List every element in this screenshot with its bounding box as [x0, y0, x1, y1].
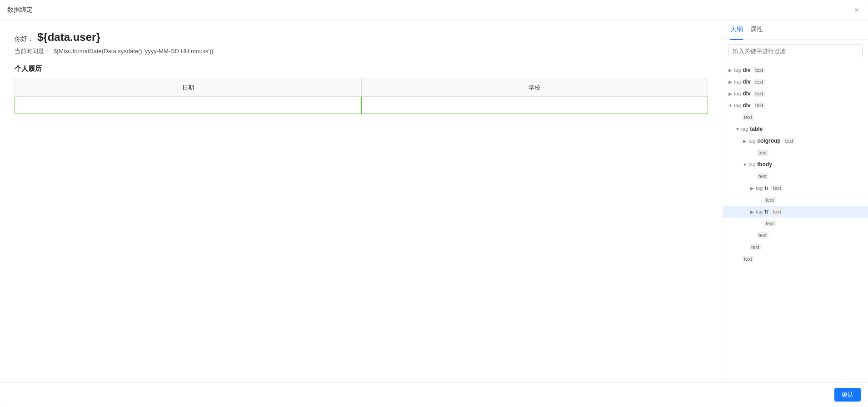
tag-value: div: [743, 67, 750, 73]
tag-value: tbody: [757, 161, 772, 168]
right-panel: 大纲 属性 ▶ tag div text ▶ tag di: [723, 20, 868, 382]
tree-node-text-4[interactable]: text: [723, 194, 868, 206]
tree-node-text-7[interactable]: text: [723, 241, 868, 253]
filter-input[interactable]: [728, 45, 863, 57]
dialog-footer: 确认: [0, 382, 868, 407]
text-badge: text: [757, 232, 768, 238]
tag-label: tag: [734, 67, 741, 73]
datetime-row: 当前时间是： ${Misc.formatDate(Data.sysdate(),…: [15, 47, 708, 55]
tag-value: tr: [764, 208, 768, 215]
toggle-spacer: [756, 220, 763, 227]
text-badge: text: [749, 244, 761, 250]
text-badge: text: [753, 79, 765, 85]
tag-label: tag: [734, 79, 741, 84]
tree-node-text-5[interactable]: text: [723, 218, 868, 229]
toggle-spacer: [734, 114, 741, 121]
toggle-spacer: [756, 196, 763, 204]
tag-label: tag: [741, 126, 748, 132]
text-badge: text: [742, 114, 754, 120]
toggle-spacer: [748, 232, 756, 239]
section-title: 个人履历: [15, 65, 708, 73]
data-binding-dialog: 数据绑定 × 你好： ${data.user} 当前时间是： ${Misc.fo…: [0, 0, 868, 407]
cell-school: [361, 97, 708, 114]
tag-label: tag: [734, 103, 741, 108]
tab-outline[interactable]: 大纲: [730, 20, 743, 40]
col-school: 学校: [361, 79, 708, 97]
table-body: [15, 97, 708, 114]
text-badge: text: [753, 67, 765, 73]
toggle-icon-2: ▶: [727, 78, 734, 85]
resume-table: 日期 学校: [15, 79, 708, 114]
toggle-icon-9: ▶: [748, 208, 756, 215]
table-header-row: 日期 学校: [15, 79, 708, 97]
tree-node-div-3[interactable]: ▶ tag div text: [723, 88, 868, 99]
tag-value: div: [743, 90, 750, 97]
tag-value: table: [750, 126, 763, 132]
tree-node-text-3[interactable]: text: [723, 170, 868, 182]
filter-wrap: [723, 40, 868, 62]
tree-node-text-6[interactable]: text: [723, 229, 868, 241]
tag-label: tag: [734, 91, 741, 96]
tree-node-tr-2[interactable]: ▶ tag tr text: [723, 206, 868, 218]
tree-node-text-2[interactable]: text: [723, 147, 868, 159]
tree-node-colgroup[interactable]: ▶ tag colgroup text: [723, 135, 868, 147]
text-badge: text: [783, 138, 795, 144]
tree-node-text-1[interactable]: text: [723, 111, 868, 123]
text-badge: text: [753, 90, 765, 97]
toggle-spacer: [748, 173, 756, 180]
content-area: 你好： ${data.user} 当前时间是： ${Misc.formatDat…: [0, 20, 723, 382]
tag-value: div: [743, 102, 750, 109]
tree-node-table[interactable]: ▼ tag table: [723, 123, 868, 135]
tag-label: tag: [748, 138, 755, 144]
col-date: 日期: [15, 79, 362, 97]
greeting-expression: ${data.user}: [37, 31, 100, 44]
text-badge: text: [742, 256, 754, 262]
dialog-titlebar: 数据绑定 ×: [0, 0, 868, 20]
tree-node-tr-1[interactable]: ▶ tag tr text: [723, 182, 868, 194]
greeting-row: 你好： ${data.user}: [15, 31, 708, 44]
toggle-spacer: [748, 149, 756, 156]
tag-label: tag: [756, 185, 763, 191]
close-button[interactable]: ×: [852, 4, 861, 16]
text-badge: text: [764, 220, 776, 227]
tab-properties[interactable]: 属性: [750, 20, 763, 40]
tag-value: tr: [764, 185, 768, 191]
text-badge: text: [757, 149, 768, 156]
toggle-icon-8: ▶: [748, 184, 756, 192]
toggle-icon-4: ▼: [727, 102, 734, 109]
toggle-icon-3: ▶: [727, 90, 734, 97]
tag-label: tag: [748, 162, 755, 167]
toggle-spacer: [741, 243, 748, 251]
tree-node-div-2[interactable]: ▶ tag div text: [723, 76, 868, 88]
tree-node-tbody[interactable]: ▼ tag tbody: [723, 159, 868, 170]
cell-date: [15, 97, 362, 114]
confirm-button[interactable]: 确认: [834, 388, 861, 402]
text-badge: text: [771, 185, 783, 191]
toggle-icon-5: ▼: [734, 125, 741, 133]
datetime-expression: ${Misc.formatDate(Data.sysdate(),'yyyy-M…: [54, 48, 214, 55]
tree-area: ▶ tag div text ▶ tag div text ▶ tag div: [723, 62, 868, 382]
panel-tabs: 大纲 属性: [723, 20, 868, 40]
tree-node-div-1[interactable]: ▶ tag div text: [723, 64, 868, 76]
tag-value: div: [743, 79, 750, 85]
table-row: [15, 97, 708, 114]
tree-node-text-8[interactable]: text: [723, 253, 868, 265]
text-badge: text: [757, 173, 768, 179]
table-header: 日期 学校: [15, 79, 708, 97]
text-badge: text: [753, 102, 765, 109]
toggle-icon-7: ▼: [741, 161, 748, 168]
toggle-icon-1: ▶: [727, 66, 734, 74]
greeting-prefix: 你好：: [15, 35, 34, 43]
text-badge: text: [771, 208, 783, 215]
toggle-icon-6: ▶: [741, 137, 748, 144]
toggle-spacer: [734, 255, 741, 263]
text-badge: text: [764, 197, 776, 203]
tree-node-div-4[interactable]: ▼ tag div text: [723, 99, 868, 111]
dialog-title: 数据绑定: [7, 6, 33, 14]
datetime-label: 当前时间是：: [15, 48, 50, 55]
tag-label: tag: [756, 209, 763, 214]
dialog-body: 你好： ${data.user} 当前时间是： ${Misc.formatDat…: [0, 20, 868, 382]
tag-value: colgroup: [757, 138, 780, 144]
